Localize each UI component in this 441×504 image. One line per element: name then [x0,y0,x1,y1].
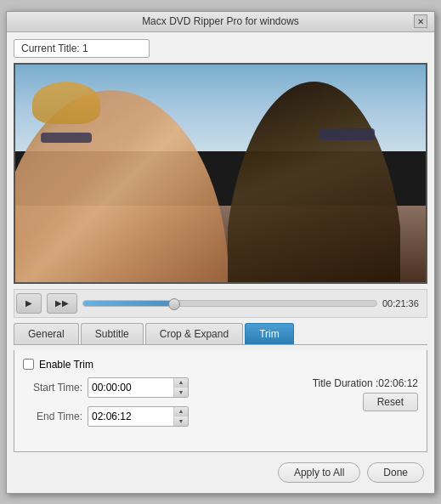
main-content: Current Title: 1 ▶ ▶▶ [7,32,434,493]
fields-and-right: Start Time: ▲ ▼ End Time: [23,377,418,432]
bottom-row: Apply to All Done [14,457,427,486]
tab-content-trim: Enable Trim Start Time: ▲ ▼ [14,350,427,452]
start-time-up[interactable]: ▲ [174,378,188,388]
video-scene [15,65,426,282]
reset-button[interactable]: Reset [363,393,418,411]
end-time-label: End Time: [23,411,82,422]
seek-bar[interactable] [82,300,377,307]
video-player [14,63,427,284]
main-window: Macx DVD Ripper Pro for windows ✕ Curren… [6,11,435,494]
start-time-input[interactable] [88,380,173,395]
start-time-row: Start Time: ▲ ▼ [23,377,189,398]
duration-info: Title Duration :02:06:12 [313,377,418,389]
tab-crop-expand[interactable]: Crop & Expand [145,323,243,344]
sunglasses-left [41,133,92,143]
start-time-spinner: ▲ ▼ [173,378,188,397]
title-bar: Macx DVD Ripper Pro for windows ✕ [7,12,434,32]
done-button[interactable]: Done [367,462,424,483]
play-button[interactable]: ▶ [16,293,42,314]
end-time-up[interactable]: ▲ [174,407,188,416]
enable-trim-checkbox[interactable] [23,359,34,370]
start-time-label: Start Time: [23,382,82,394]
tab-general[interactable]: General [14,323,79,344]
end-time-input[interactable] [88,409,173,424]
window-title: Macx DVD Ripper Pro for windows [27,15,414,27]
fields-col: Start Time: ▲ ▼ End Time: [23,377,189,432]
enable-trim-label: Enable Trim [39,359,93,371]
end-time-row: End Time: ▲ ▼ [23,406,189,427]
close-button[interactable]: ✕ [414,14,427,28]
start-time-input-wrap: ▲ ▼ [88,377,189,398]
current-title-label: Current Title: 1 [14,39,150,58]
tabs-row: General Subtitle Crop & Expand Trim [14,323,427,345]
hat [32,82,100,124]
enable-trim-row: Enable Trim [23,359,418,371]
end-time-down[interactable]: ▼ [174,416,188,426]
tab-subtitle[interactable]: Subtitle [81,323,144,344]
right-area: Title Duration :02:06:12 Reset [304,377,418,411]
tab-trim[interactable]: Trim [245,323,294,344]
seek-thumb [168,298,180,310]
apply-to-all-button[interactable]: Apply to All [278,462,360,483]
start-time-down[interactable]: ▼ [174,388,188,397]
fast-forward-button[interactable]: ▶▶ [47,293,77,314]
time-display: 00:21:36 [382,298,425,309]
end-time-spinner: ▲ ▼ [173,407,188,426]
playback-controls: ▶ ▶▶ 00:21:36 [14,289,427,318]
end-time-input-wrap: ▲ ▼ [88,406,189,427]
seek-fill [83,301,172,306]
sunglasses-right [319,128,375,140]
